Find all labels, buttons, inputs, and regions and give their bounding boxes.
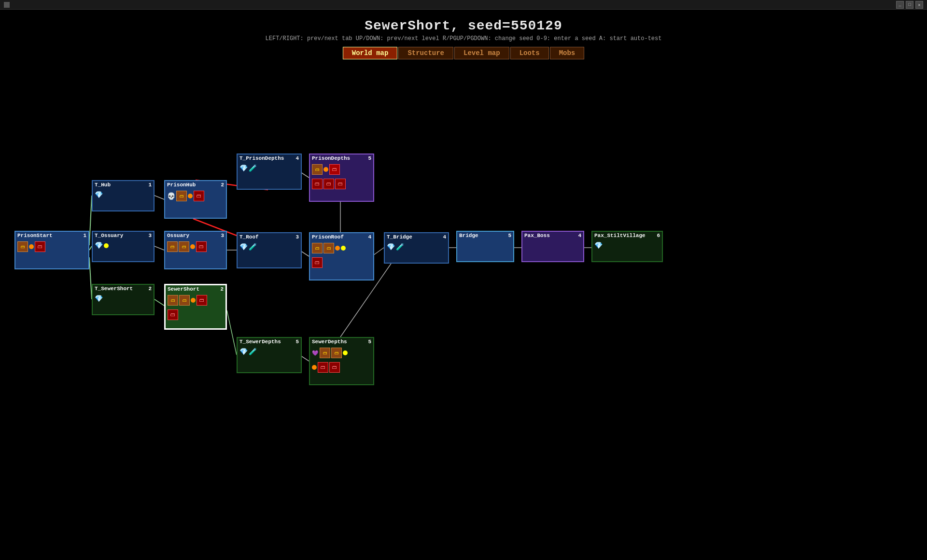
- node-prison-depths[interactable]: PrisonDepths 5 🗃 🗃 🗃 🗃 🗃: [309, 154, 374, 202]
- red-chest-icon: 🗃: [35, 241, 45, 252]
- node-t-prison-depths[interactable]: T_PrisonDepths 4 💎 🧪: [237, 154, 302, 190]
- dot-orange: [312, 365, 317, 370]
- node-level: 4: [443, 234, 446, 240]
- node-level: 3: [295, 234, 299, 240]
- dot-yellow: [341, 246, 346, 251]
- potion-icon: 🧪: [249, 243, 257, 251]
- node-t-sewer-short[interactable]: T_SewerShort 2 💎: [92, 284, 154, 315]
- red-icon: 🗃: [194, 191, 204, 201]
- dot-orange: [323, 167, 328, 172]
- node-level: 4: [578, 233, 581, 238]
- title-bar: _ □ ✕: [0, 0, 927, 10]
- node-sewer-depths[interactable]: SewerDepths 5 💜 🗃 🗃 🗃 🗃: [309, 337, 374, 385]
- node-label: Ossuary: [167, 233, 189, 238]
- node-level: 3: [221, 233, 224, 238]
- node-level: 1: [83, 233, 86, 238]
- node-t-bridge[interactable]: T_Bridge 4 💎 🧪: [384, 232, 449, 264]
- svg-line-5: [154, 299, 164, 306]
- node-ossuary[interactable]: Ossuary 3 🗃 🗃 🗃: [164, 231, 227, 269]
- red-icon2: 🗃: [312, 179, 323, 189]
- chest-icon: 🗃: [17, 241, 28, 252]
- gem-icon: 💎: [95, 294, 103, 303]
- node-label: T_SewerDepths: [239, 339, 281, 345]
- gem-icon: 💎: [239, 164, 248, 172]
- red-icon: 🗃: [312, 257, 323, 268]
- node-level: 2: [148, 286, 152, 292]
- dot-orange: [188, 194, 193, 198]
- node-level: 5: [295, 339, 299, 345]
- node-level: 2: [220, 286, 224, 292]
- node-t-sewer-depths[interactable]: T_SewerDepths 5 💎 🧪: [237, 337, 302, 373]
- svg-line-10: [227, 310, 237, 355]
- skull-icon: 💀: [167, 192, 175, 200]
- red-icon: 🗃: [318, 362, 328, 373]
- window-controls[interactable]: _ □ ✕: [896, 1, 923, 9]
- node-level: 5: [368, 339, 371, 345]
- app-icon: [4, 2, 10, 8]
- chest-icon2: 🗃: [179, 241, 189, 252]
- node-level: 2: [221, 182, 224, 188]
- node-label: SewerDepths: [312, 339, 347, 345]
- red-icon4: 🗃: [335, 179, 346, 189]
- dot-yellow: [104, 243, 109, 248]
- node-label: SewerShort: [168, 286, 199, 292]
- node-label: PrisonRoof: [312, 234, 344, 240]
- potion-icon: 🧪: [249, 164, 257, 172]
- node-label: T_SewerShort: [95, 286, 133, 292]
- keyboard-hints: LEFT/RIGHT: prev/next tab UP/DOWN: prev/…: [0, 35, 927, 47]
- world-map-area: PrisonStart 1 🗃 🗃 T_Hub 1 💎 T_Ossuary 3 …: [0, 64, 927, 537]
- node-label: T_Bridge: [387, 234, 412, 240]
- potion-icon: 🧪: [249, 348, 257, 356]
- red-icon: 🗃: [329, 164, 340, 175]
- node-level: 5: [368, 155, 371, 161]
- node-label: PrisonDepths: [312, 155, 350, 161]
- chest-icon2: 🗃: [323, 243, 334, 253]
- chest-icon: 🗃: [312, 164, 323, 175]
- gem-icon: 💎: [95, 241, 103, 250]
- tab-loots[interactable]: Loots: [510, 47, 549, 59]
- node-level: 4: [368, 234, 371, 240]
- node-t-roof[interactable]: T_Roof 3 💎 🧪: [237, 232, 302, 268]
- node-label: Pax_Boss: [524, 233, 550, 238]
- node-level: 3: [148, 233, 152, 238]
- tab-level-map[interactable]: Level map: [454, 47, 509, 59]
- node-bridge[interactable]: Bridge 5: [456, 231, 514, 262]
- tab-world-map[interactable]: World map: [343, 47, 398, 59]
- red-icon2: 🗃: [168, 309, 178, 320]
- node-t-ossuary[interactable]: T_Ossuary 3 💎: [92, 231, 154, 262]
- node-label: PrisonHub: [167, 182, 196, 188]
- red-icon2: 🗃: [329, 362, 340, 373]
- node-sewer-short[interactable]: SewerShort 2 🗃 🗃 🗃 🗃: [164, 284, 227, 330]
- maximize-button[interactable]: □: [906, 1, 913, 9]
- node-prison-hub[interactable]: PrisonHub 2 💀 🗃 🗃: [164, 180, 227, 219]
- tab-structure[interactable]: Structure: [398, 47, 453, 59]
- chest-icon: 🗃: [320, 348, 330, 358]
- close-button[interactable]: ✕: [915, 1, 923, 9]
- red-icon3: 🗃: [323, 179, 334, 189]
- node-pax-stilt-village[interactable]: Pax_StiltVillage 6 💎: [591, 231, 663, 262]
- red-icon: 🗃: [196, 241, 207, 252]
- node-level: 1: [148, 182, 152, 188]
- chest-icon: 🗃: [312, 243, 323, 253]
- node-prison-start[interactable]: PrisonStart 1 🗃 🗃: [14, 231, 89, 269]
- node-label: T_PrisonDepths: [239, 155, 284, 161]
- red-icon: 🗃: [197, 295, 207, 306]
- node-label: Bridge: [459, 233, 478, 238]
- tab-mobs[interactable]: Mobs: [550, 47, 585, 59]
- svg-line-4: [154, 246, 164, 250]
- node-t-hub[interactable]: T_Hub 1 💎: [92, 180, 154, 211]
- node-prison-roof[interactable]: PrisonRoof 4 🗃 🗃 🗃: [309, 232, 374, 280]
- node-label: PrisonStart: [17, 233, 53, 238]
- tab-bar: World map Structure Level map Loots Mobs: [0, 47, 927, 64]
- dot-yellow: [343, 350, 348, 355]
- dot-orange: [191, 298, 196, 303]
- gem-icon: 💎: [387, 243, 395, 251]
- node-label: T_Roof: [239, 234, 259, 240]
- gem-icon: 💎: [239, 348, 248, 356]
- svg-line-3: [154, 196, 164, 199]
- chest-icon: 🗃: [167, 241, 178, 252]
- gem-icon: 💜: [312, 350, 319, 356]
- node-level: 6: [657, 233, 660, 238]
- node-pax-boss[interactable]: Pax_Boss 4: [521, 231, 584, 262]
- minimize-button[interactable]: _: [896, 1, 904, 9]
